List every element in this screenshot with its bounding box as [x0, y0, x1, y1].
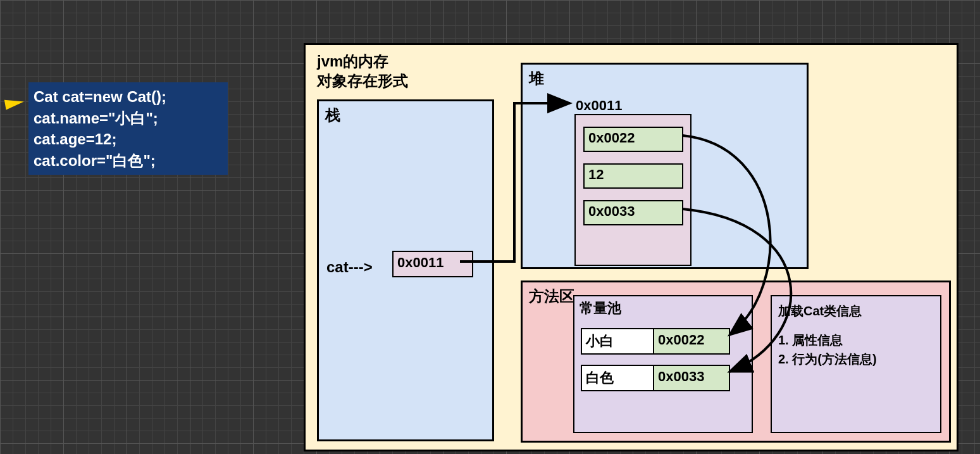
jvm-title: jvm的内存 对象存在形式 [317, 51, 408, 91]
heap-object-address: 0x0011 [576, 98, 622, 114]
const-pool-label: 常量池 [580, 299, 621, 318]
heap-field-name-ref: 0x0022 [583, 127, 683, 152]
class-info-line: 2. 行为(方法信息) [778, 350, 934, 369]
code-line: Cat cat=new Cat(); [34, 86, 223, 108]
code-snippet: Cat cat=new Cat(); cat.name="小白"; cat.ag… [28, 82, 228, 175]
stack-variable: cat---> [326, 258, 373, 276]
heap-label: 堆 [529, 68, 544, 89]
stack-region: 栈 cat---> 0x0011 [317, 99, 494, 441]
heap-region: 堆 0x0011 0x0022 12 0x0033 [521, 63, 809, 269]
heap-object-box: 0x0022 12 0x0033 [574, 114, 692, 266]
const-value: 白色 [581, 365, 654, 391]
class-info-box: 加载Cat类信息 1. 属性信息 2. 行为(方法信息) [771, 295, 941, 433]
code-line: cat.age=12; [34, 129, 223, 150]
const-pool-entry: 白色 0x0033 [581, 365, 730, 391]
const-address: 0x0022 [654, 328, 730, 355]
constant-pool-box: 常量池 小白 0x0022 白色 0x0033 [573, 295, 753, 433]
heap-field-color-ref: 0x0033 [583, 200, 683, 225]
class-info-line: 1. 属性信息 [778, 331, 934, 350]
const-address: 0x0033 [654, 365, 730, 391]
stack-address-box: 0x0011 [392, 251, 473, 277]
method-area-region: 方法区 常量池 小白 0x0022 白色 0x0033 加载Cat类信息 1. … [521, 281, 951, 443]
class-info-title: 加载Cat类信息 [778, 301, 934, 320]
const-value: 小白 [581, 328, 654, 355]
heap-field-age: 12 [583, 163, 683, 189]
method-area-label: 方法区 [529, 286, 574, 306]
jvm-memory-container: jvm的内存 对象存在形式 栈 cat---> 0x0011 堆 0x0011 … [304, 43, 958, 451]
code-line: cat.color="白色"; [34, 150, 223, 172]
stack-label: 栈 [325, 105, 340, 125]
code-line: cat.name="小白"; [34, 108, 223, 129]
const-pool-entry: 小白 0x0022 [581, 328, 730, 355]
